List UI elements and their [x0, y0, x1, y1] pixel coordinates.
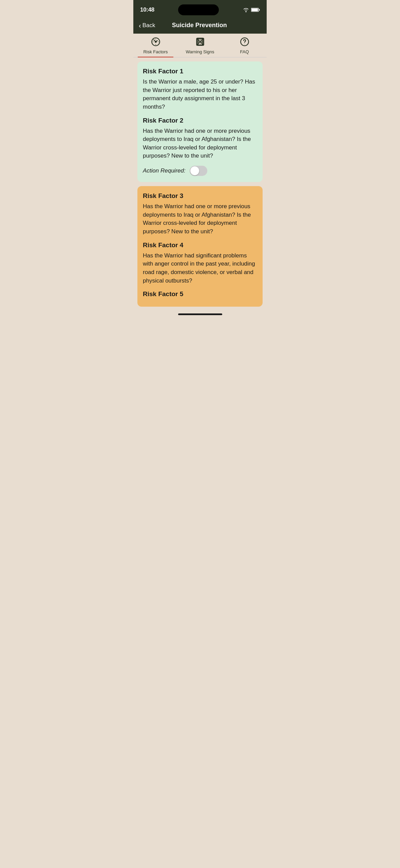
action-required-label: Action Required: — [143, 167, 186, 174]
tab-faq[interactable]: FAQ — [222, 34, 267, 57]
tab-warning-signs[interactable]: Warning Signs — [178, 34, 222, 57]
svg-point-5 — [155, 41, 156, 42]
tab-risk-factors[interactable]: Risk Factors — [133, 34, 178, 57]
tab-warning-signs-label: Warning Signs — [186, 49, 214, 54]
green-card: Risk Factor 1 Is the Warrior a male, age… — [137, 61, 263, 182]
orange-card: Risk Factor 3 Has the Warrior had one or… — [137, 186, 263, 307]
nav-bar: ‹ Back Suicide Prevention — [133, 18, 267, 34]
back-chevron-icon: ‹ — [139, 22, 141, 29]
home-indicator-area — [133, 311, 267, 317]
svg-point-0 — [245, 11, 246, 12]
tab-risk-factors-label: Risk Factors — [143, 49, 168, 54]
action-required-toggle[interactable] — [190, 166, 207, 176]
svg-point-11 — [244, 44, 245, 44]
home-bar — [178, 313, 222, 315]
warning-icon — [195, 37, 205, 48]
rf2-text: Has the Warrior had one or more previous… — [143, 127, 257, 161]
svg-rect-2 — [259, 9, 260, 11]
rf1-text: Is the Warrior a male, age 25 or under? … — [143, 78, 257, 111]
wifi-icon — [243, 7, 249, 12]
speedometer-icon — [151, 37, 160, 48]
status-icons — [243, 7, 260, 12]
rf5-title: Risk Factor 5 — [143, 290, 257, 298]
rf3-text: Has the Warrior had one or more previous… — [143, 202, 257, 236]
back-label: Back — [142, 22, 155, 29]
tab-bar: Risk Factors Warning Signs FAQ — [133, 34, 267, 57]
help-circle-icon — [240, 37, 249, 48]
rf1-title: Risk Factor 1 — [143, 68, 257, 75]
toggle-thumb — [190, 166, 199, 175]
rf2-title: Risk Factor 2 — [143, 117, 257, 124]
status-bar: 10:48 — [133, 0, 267, 18]
tab-faq-label: FAQ — [240, 49, 249, 54]
content-area: Risk Factor 1 Is the Warrior a male, age… — [133, 57, 267, 311]
rf3-title: Risk Factor 3 — [143, 192, 257, 200]
battery-icon — [251, 7, 260, 12]
action-required-row: Action Required: — [143, 166, 257, 176]
rf4-title: Risk Factor 4 — [143, 241, 257, 249]
dynamic-island — [178, 4, 219, 15]
svg-rect-3 — [251, 8, 258, 11]
status-time: 10:48 — [140, 6, 154, 13]
nav-title: Suicide Prevention — [158, 22, 241, 29]
back-button[interactable]: ‹ Back — [139, 22, 155, 29]
rf4-text: Has the Warrior had significant problems… — [143, 252, 257, 285]
